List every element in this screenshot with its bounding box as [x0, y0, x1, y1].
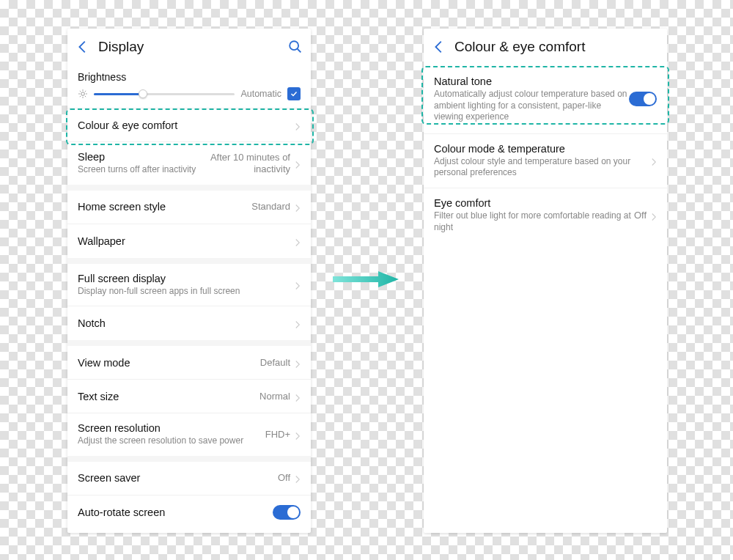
- chevron-right-icon: [295, 121, 301, 130]
- row-value: Standard: [251, 201, 290, 213]
- chevron-right-icon: [295, 237, 301, 246]
- row-wallpaper[interactable]: Wallpaper: [67, 224, 311, 258]
- settings-group: Full screen display Display non-full scr…: [67, 264, 311, 341]
- colour-eye-comfort-screen: Colour & eye comfort Natural tone Automa…: [424, 29, 667, 533]
- settings-group: Natural tone Automatically adjust colour…: [424, 65, 667, 242]
- row-title: Full screen display: [78, 273, 295, 284]
- settings-group: Colour & eye comfort Sleep Screen turns …: [67, 108, 311, 185]
- row-subtitle: Adjust colour style and temperature base…: [434, 156, 651, 179]
- row-title: Screen saver: [78, 472, 278, 484]
- row-title: Wallpaper: [78, 235, 295, 247]
- row-eye-comfort[interactable]: Eye comfort Filter out blue light for mo…: [424, 188, 667, 242]
- chevron-right-icon: [295, 202, 301, 211]
- row-title: Home screen style: [78, 201, 251, 213]
- row-title: Auto-rotate screen: [78, 506, 273, 518]
- brightness-slider[interactable]: [94, 93, 235, 95]
- row-subtitle: Display non-full screen apps in full scr…: [78, 286, 295, 298]
- chevron-right-icon: [295, 474, 301, 482]
- brightness-icon: [78, 89, 88, 99]
- row-full-screen-display[interactable]: Full screen display Display non-full scr…: [67, 264, 311, 307]
- row-subtitle: Adjust the screen resolution to save pow…: [78, 435, 265, 447]
- row-notch[interactable]: Notch: [67, 306, 311, 340]
- titlebar: Display: [67, 29, 311, 65]
- row-colour-eye-comfort[interactable]: Colour & eye comfort: [67, 108, 311, 142]
- brightness-label: Brightness: [78, 71, 301, 83]
- row-title: Notch: [78, 317, 295, 329]
- row-subtitle: Screen turns off after inactivity: [78, 164, 210, 176]
- row-colour-mode-temperature[interactable]: Colour mode & temperature Adjust colour …: [424, 134, 667, 188]
- row-value: Normal: [259, 391, 290, 402]
- svg-point-1: [81, 92, 85, 96]
- back-icon[interactable]: [431, 39, 447, 55]
- page-title: Colour & eye comfort: [454, 39, 660, 55]
- brightness-section: Brightness Automatic: [67, 65, 311, 108]
- back-icon[interactable]: [75, 39, 91, 55]
- chevron-right-icon: [295, 358, 301, 367]
- row-value: FHD+: [265, 429, 290, 441]
- row-subtitle: Automatically adjust colour temperature …: [434, 89, 629, 123]
- row-title: Eye comfort: [434, 197, 634, 209]
- row-value: Off: [634, 210, 647, 221]
- settings-group: Screen saver Off Auto-rotate screen: [67, 462, 311, 529]
- row-value: After 10 minutes of inactivity: [210, 152, 290, 174]
- navigation-arrow-icon: [333, 270, 399, 289]
- row-screen-saver[interactable]: Screen saver Off: [67, 462, 311, 495]
- row-title: Colour mode & temperature: [434, 143, 651, 155]
- natural-tone-toggle[interactable]: [629, 92, 657, 106]
- chevron-right-icon: [295, 430, 301, 439]
- row-screen-resolution[interactable]: Screen resolution Adjust the screen reso…: [67, 413, 311, 456]
- auto-rotate-toggle[interactable]: [273, 505, 301, 520]
- chevron-right-icon: [651, 211, 657, 220]
- settings-group: View mode Default Text size Normal Scree…: [67, 346, 311, 456]
- chevron-right-icon: [295, 159, 301, 168]
- chevron-right-icon: [295, 319, 301, 328]
- page-title: Display: [98, 39, 287, 55]
- row-value: Default: [260, 357, 290, 369]
- chevron-right-icon: [295, 280, 301, 289]
- row-sleep[interactable]: Sleep Screen turns off after inactivity …: [67, 142, 311, 185]
- row-text-size[interactable]: Text size Normal: [67, 380, 311, 413]
- svg-point-0: [290, 41, 298, 50]
- row-home-screen-style[interactable]: Home screen style Standard: [67, 191, 311, 224]
- brightness-controls: Automatic: [78, 87, 301, 100]
- chevron-right-icon: [295, 392, 301, 401]
- row-title: Natural tone: [434, 75, 629, 87]
- brightness-auto-label: Automatic: [240, 89, 281, 99]
- row-subtitle: Filter out blue light for more comfortab…: [434, 210, 634, 233]
- row-title: Text size: [78, 391, 259, 402]
- row-auto-rotate[interactable]: Auto-rotate screen: [67, 495, 311, 529]
- row-value: Off: [278, 472, 290, 484]
- chevron-right-icon: [651, 156, 657, 165]
- row-title: View mode: [78, 357, 260, 369]
- titlebar: Colour & eye comfort: [424, 29, 667, 65]
- row-title: Screen resolution: [78, 422, 265, 434]
- row-title: Colour & eye comfort: [78, 119, 295, 131]
- settings-group: Home screen style Standard Wallpaper: [67, 191, 311, 258]
- row-view-mode[interactable]: View mode Default: [67, 346, 311, 380]
- search-icon[interactable]: [287, 39, 303, 55]
- row-title: Sleep: [78, 151, 210, 163]
- brightness-auto-checkbox[interactable]: [287, 87, 301, 100]
- row-natural-tone[interactable]: Natural tone Automatically adjust colour…: [424, 65, 667, 134]
- display-settings-screen: Display Brightness Automatic: [67, 29, 311, 533]
